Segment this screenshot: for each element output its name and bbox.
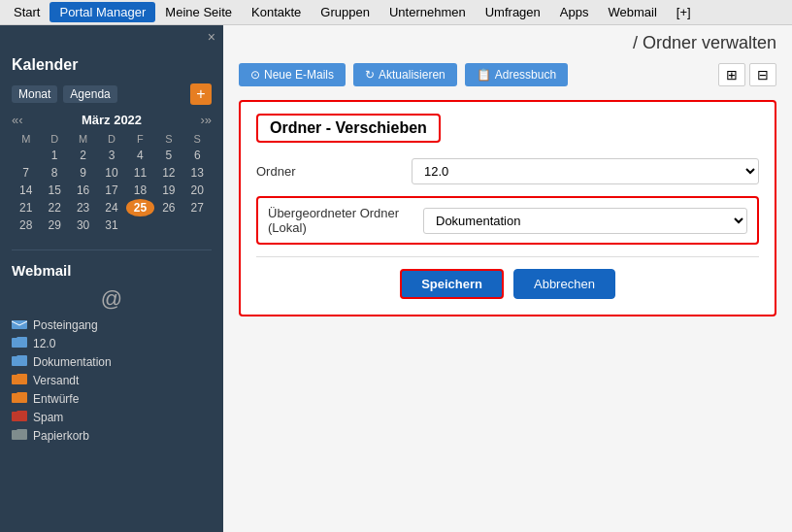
folder-icon <box>12 354 27 369</box>
add-event-button[interactable]: + <box>190 83 212 105</box>
cal-cell <box>154 216 182 234</box>
refresh-button[interactable]: ↻ Aktualisieren <box>353 63 457 86</box>
cal-cell[interactable]: 31 <box>97 216 125 234</box>
cal-header-s1: S <box>154 133 182 145</box>
view-icon-1[interactable]: ⊞ <box>718 63 745 86</box>
cal-month-year: März 2022 <box>82 113 142 127</box>
view-icon-2[interactable]: ⊟ <box>749 63 776 86</box>
cal-cell[interactable]: 22 <box>40 199 68 216</box>
cal-cell[interactable]: 4 <box>126 147 154 164</box>
cal-cell[interactable]: 12 <box>154 164 182 182</box>
webmail-item-label: Versandt <box>33 374 79 387</box>
ordner-label: Ordner <box>256 164 412 179</box>
sidebar-close-button[interactable]: × <box>0 25 223 49</box>
webmail-item-label: 12.0 <box>33 337 55 350</box>
ordner-select[interactable]: 12.0 <box>412 158 759 184</box>
cal-cell[interactable]: 6 <box>183 147 212 164</box>
parent-ordner-row-highlighted: Übergeordneter Ordner (Lokal) Dokumentat… <box>256 196 759 245</box>
refresh-label: Aktualisieren <box>379 68 446 82</box>
top-navigation: Start Portal Manager Meine Seite Kontakt… <box>0 0 792 25</box>
nav-unternehmen[interactable]: Unternehmen <box>380 2 476 22</box>
cal-header-s2: S <box>183 133 212 145</box>
cal-cell[interactable]: 30 <box>69 216 97 234</box>
cal-cell[interactable]: 20 <box>183 182 212 199</box>
webmail-item-dokumentation[interactable]: Dokumentation <box>8 352 215 371</box>
trash-icon <box>12 428 27 443</box>
cal-cell[interactable]: 11 <box>126 164 154 182</box>
parent-ordner-select[interactable]: Dokumentation <box>423 208 747 234</box>
cancel-button[interactable]: Abbrechen <box>513 269 615 299</box>
cal-next-arrows[interactable]: ›» <box>200 113 212 127</box>
cal-cell[interactable]: 16 <box>69 182 97 199</box>
main-layout: × Kalender Monat Agenda + «‹ März 2022 ›… <box>0 25 792 532</box>
cal-cell[interactable]: 15 <box>40 182 68 199</box>
nav-plus[interactable]: [+] <box>667 2 701 22</box>
nav-kontakte[interactable]: Kontakte <box>242 2 311 22</box>
cal-cell[interactable]: 1 <box>40 147 68 164</box>
webmail-item-spam[interactable]: Spam <box>8 408 215 426</box>
cal-cell[interactable]: 8 <box>40 164 68 182</box>
dialog-separator <box>256 256 759 257</box>
nav-gruppen[interactable]: Gruppen <box>311 2 380 22</box>
cal-header-m: M <box>12 133 40 145</box>
cal-cell[interactable]: 28 <box>12 216 40 234</box>
nav-meine-seite[interactable]: Meine Seite <box>155 2 242 22</box>
ordner-row: Ordner 12.0 <box>256 158 759 184</box>
cal-cell-today[interactable]: 25 <box>126 199 154 216</box>
cal-cell[interactable]: 14 <box>12 182 40 199</box>
webmail-title: Webmail <box>0 258 223 284</box>
calendar-grid: M D M D F S S 1 2 3 4 5 6 7 8 <box>0 131 223 242</box>
cal-cell[interactable]: 3 <box>97 147 125 164</box>
cal-cell[interactable]: 29 <box>40 216 68 234</box>
cal-week-5: 28 29 30 31 <box>12 216 212 234</box>
cal-week-1: 1 2 3 4 5 6 <box>12 147 212 164</box>
cal-days-header: M D M D F S S <box>12 133 212 145</box>
new-emails-button[interactable]: ⊙ Neue E-Mails <box>239 63 346 86</box>
cal-cell[interactable]: 10 <box>97 164 125 182</box>
spam-icon <box>12 410 27 424</box>
agenda-button[interactable]: Agenda <box>63 85 116 103</box>
webmail-item-versandt[interactable]: Versandt <box>8 371 215 389</box>
nav-apps[interactable]: Apps <box>550 2 599 22</box>
cal-cell[interactable]: 21 <box>12 199 40 216</box>
cal-cell[interactable]: 26 <box>154 199 182 216</box>
cal-cell[interactable]: 5 <box>154 147 182 164</box>
addressbook-icon: 📋 <box>477 68 491 82</box>
monat-button[interactable]: Monat <box>12 85 57 103</box>
cal-cell[interactable]: 19 <box>154 182 182 199</box>
save-button[interactable]: Speichern <box>400 269 504 299</box>
nav-start[interactable]: Start <box>4 2 50 22</box>
webmail-item-label: Posteingang <box>33 318 98 332</box>
cal-cell[interactable]: 13 <box>183 164 212 182</box>
nav-umfragen[interactable]: Umfragen <box>476 2 550 22</box>
webmail-item-12[interactable]: 12.0 <box>8 334 215 352</box>
webmail-item-posteingang[interactable]: Posteingang <box>8 316 215 334</box>
refresh-circle-icon: ⊙ <box>250 68 260 82</box>
refresh-icon: ↻ <box>365 68 375 82</box>
cal-cell[interactable]: 17 <box>97 182 125 199</box>
parent-ordner-label: Übergeordneter Ordner (Lokal) <box>268 206 423 235</box>
cal-cell[interactable]: 27 <box>183 199 212 216</box>
webmail-item-papierkorb[interactable]: Papierkorb <box>8 426 215 445</box>
new-emails-label: Neue E-Mails <box>264 68 334 82</box>
cal-cell[interactable]: 24 <box>97 199 125 216</box>
cal-cell[interactable] <box>12 147 40 164</box>
cal-prev-arrows[interactable]: «‹ <box>12 113 23 127</box>
toolbar-right-icons: ⊞ ⊟ <box>718 63 776 86</box>
cal-cell[interactable]: 2 <box>69 147 97 164</box>
cal-cell <box>126 216 154 234</box>
sent-icon <box>12 373 27 387</box>
cal-cell[interactable]: 7 <box>12 164 40 182</box>
webmail-item-label: Papierkorb <box>33 429 89 443</box>
webmail-item-entwuerfe[interactable]: Entwürfe <box>8 389 215 408</box>
cal-header-d2: D <box>97 133 125 145</box>
cal-cell <box>183 216 212 234</box>
cal-week-3: 14 15 16 17 18 19 20 <box>12 182 212 199</box>
cal-week-2: 7 8 9 10 11 12 13 <box>12 164 212 182</box>
cal-cell[interactable]: 23 <box>69 199 97 216</box>
cal-cell[interactable]: 18 <box>126 182 154 199</box>
nav-portal-manager[interactable]: Portal Manager <box>50 2 155 22</box>
cal-cell[interactable]: 9 <box>69 164 97 182</box>
addressbook-button[interactable]: 📋 Adressbuch <box>465 63 568 86</box>
nav-webmail[interactable]: Webmail <box>598 2 666 22</box>
